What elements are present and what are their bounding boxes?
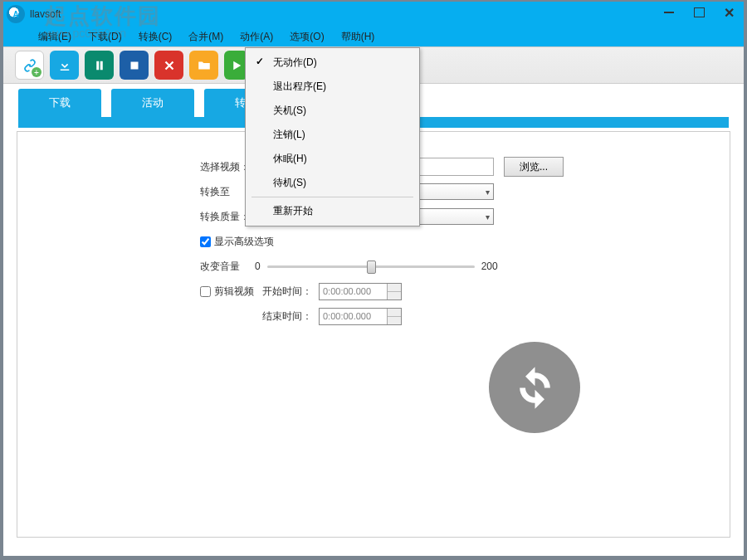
titlebar[interactable]: A llavsoft 起点软件园 www.pc0359.cn ✕ <box>3 2 744 27</box>
window-controls: ✕ <box>654 2 744 23</box>
play-icon <box>229 58 244 73</box>
dd-separator <box>251 197 413 197</box>
volume-slider[interactable] <box>267 259 475 274</box>
stop-icon <box>127 58 142 73</box>
menu-action[interactable]: 动作(A) <box>232 27 281 47</box>
minimize-button[interactable] <box>654 2 684 23</box>
show-advanced-checkbox[interactable] <box>200 236 211 247</box>
start-time-label: 开始时间： <box>262 285 319 299</box>
action-dropdown-menu: 无动作(D) 退出程序(E) 关机(S) 注销(L) 休眠(H) 待机(S) 重… <box>245 47 420 226</box>
tab-download[interactable]: 下载 <box>18 89 101 117</box>
delete-button[interactable] <box>154 51 183 80</box>
menu-merge[interactable]: 合并(M) <box>180 27 232 47</box>
dd-shutdown[interactable]: 关机(S) <box>248 99 417 123</box>
volume-min: 0 <box>255 261 261 272</box>
menu-download[interactable]: 下载(D) <box>80 27 130 47</box>
trim-video-label: 剪辑视频 <box>214 285 262 299</box>
add-link-button[interactable]: + <box>15 51 44 80</box>
menu-options[interactable]: 选项(O) <box>281 27 332 47</box>
close-button[interactable]: ✕ <box>714 2 744 23</box>
browse-button[interactable]: 浏览... <box>504 157 564 177</box>
pause-icon <box>92 58 107 73</box>
download-button[interactable] <box>50 51 79 80</box>
trim-video-checkbox[interactable] <box>200 286 211 297</box>
dd-hibernate[interactable]: 休眠(H) <box>248 147 417 171</box>
volume-label: 改变音量 <box>200 260 250 274</box>
menu-edit[interactable]: 编辑(E) <box>30 27 80 47</box>
pause-button[interactable] <box>85 51 114 80</box>
show-advanced-label: 显示高级选项 <box>214 235 274 249</box>
end-time-input[interactable]: 0:00:00.000 <box>319 308 402 325</box>
dd-exit[interactable]: 退出程序(E) <box>248 75 417 99</box>
window-title: llavsoft <box>30 8 61 20</box>
download-icon <box>57 58 72 73</box>
menubar: 编辑(E) 下载(D) 转换(C) 合并(M) 动作(A) 选项(O) 帮助(H… <box>3 27 744 46</box>
end-time-label: 结束时间： <box>262 309 319 324</box>
dd-standby[interactable]: 待机(S) <box>248 171 417 195</box>
dd-no-action[interactable]: 无动作(D) <box>248 51 417 75</box>
tab-activity[interactable]: 活动 <box>111 89 194 117</box>
main-window: A llavsoft 起点软件园 www.pc0359.cn ✕ 编辑(E) 下… <box>3 2 744 556</box>
convert-action-button[interactable] <box>489 342 580 433</box>
dd-restart[interactable]: 重新开始 <box>248 199 417 223</box>
volume-max: 200 <box>481 261 498 272</box>
watermark-text: 起点软件园 <box>45 2 161 31</box>
slider-thumb-icon[interactable] <box>367 261 376 274</box>
menu-convert[interactable]: 转换(C) <box>130 27 181 47</box>
refresh-icon <box>512 365 558 411</box>
maximize-button[interactable] <box>684 2 714 23</box>
stop-button[interactable] <box>120 51 149 80</box>
delete-icon <box>162 58 177 73</box>
plus-badge-icon: + <box>32 67 42 77</box>
svg-rect-0 <box>130 61 138 69</box>
dd-logoff[interactable]: 注销(L) <box>248 123 417 147</box>
start-time-input[interactable]: 0:00:00.000 <box>319 283 402 300</box>
app-logo-icon: A <box>7 5 25 23</box>
folder-icon <box>197 58 212 73</box>
menu-help[interactable]: 帮助(H) <box>333 27 383 47</box>
open-folder-button[interactable] <box>189 51 218 80</box>
